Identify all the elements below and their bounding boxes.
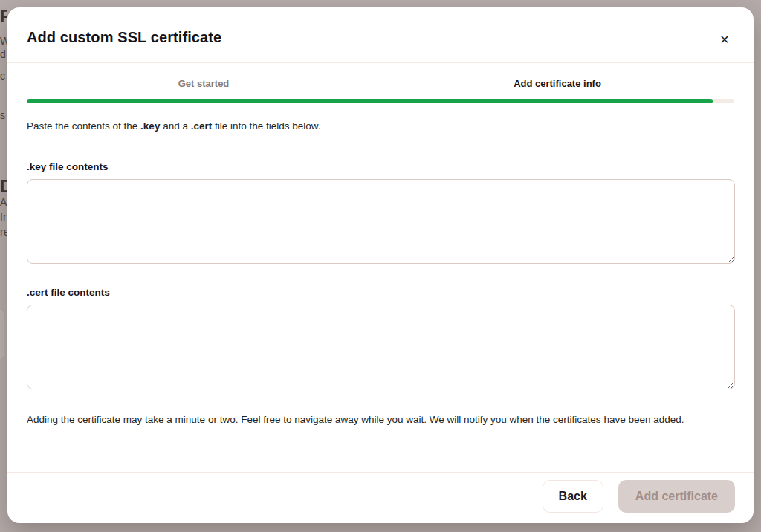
intro-prefix: Paste the contents of the [27, 120, 140, 132]
backdrop-text-fragment: W [0, 36, 7, 46]
key-file-label: .key file contents [27, 161, 734, 172]
key-file-input[interactable] [27, 179, 735, 264]
backdrop-text-fragment: d [0, 49, 6, 59]
step-add-certificate-info: Add certificate info [380, 78, 734, 89]
progress-fill [27, 99, 713, 103]
intro-text: Paste the contents of the .key and a .ce… [27, 120, 734, 132]
dialog-header: Add custom SSL certificate ✕ [7, 7, 754, 62]
dialog-title: Add custom SSL certificate [27, 29, 734, 46]
add-certificate-button[interactable]: Add certificate [618, 480, 735, 513]
backdrop-card-edge [0, 308, 4, 360]
backdrop-text-fragment: A [0, 197, 7, 207]
backdrop-text-fragment: s [0, 110, 5, 120]
progress-track [27, 99, 734, 103]
add-ssl-certificate-dialog: Add custom SSL certificate ✕ Get started… [7, 7, 754, 523]
backdrop-text-fragment: fr [0, 212, 7, 222]
backdrop-text-fragment: D [0, 178, 7, 195]
backdrop-text-fragment: c [0, 71, 5, 81]
key-term: .key [140, 120, 160, 132]
close-icon[interactable]: ✕ [715, 30, 734, 50]
backdrop-text-fragment: F [0, 8, 7, 25]
cert-file-label: .cert file contents [27, 287, 734, 298]
cert-term: .cert [191, 120, 213, 132]
backdrop-text-fragment: re [0, 227, 7, 237]
backdrop-page-fragments: F W d c s D A fr re [0, 0, 7, 532]
dialog-footer: Back Add certificate [7, 472, 754, 523]
step-get-started: Get started [27, 78, 380, 89]
dialog-body: Paste the contents of the .key and a .ce… [7, 120, 754, 428]
intro-middle: and a [160, 120, 190, 132]
back-button[interactable]: Back [543, 480, 603, 513]
cert-file-input[interactable] [27, 305, 735, 389]
intro-suffix: file into the fields below. [212, 120, 320, 132]
wait-note: Adding the certificate may take a minute… [27, 412, 736, 428]
stepper: Get started Add certificate info [7, 63, 754, 103]
